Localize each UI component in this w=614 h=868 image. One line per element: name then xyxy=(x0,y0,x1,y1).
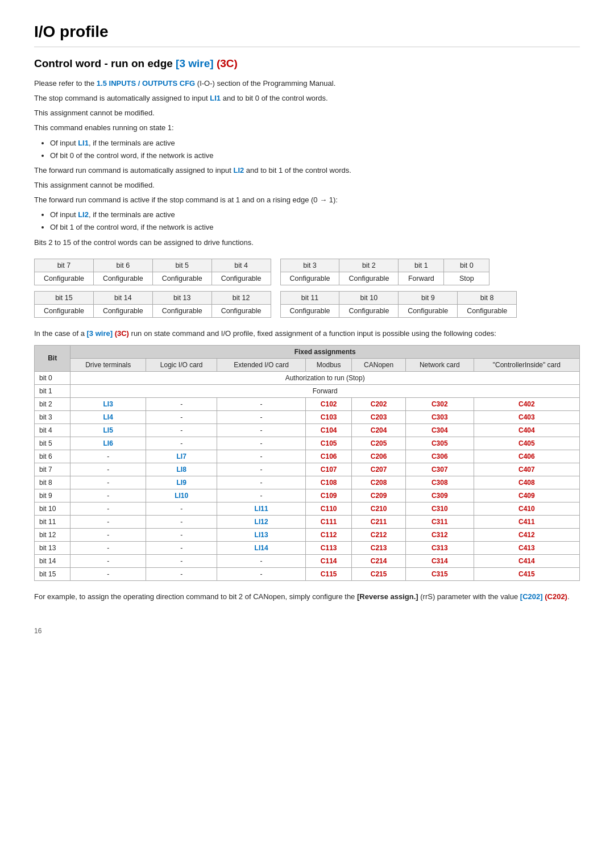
bit11-val: Configurable xyxy=(280,304,339,317)
col-canopen-header: CANopen xyxy=(352,358,405,371)
data-cell: C308 xyxy=(405,476,474,489)
bit8-header: bit 8 xyxy=(458,291,517,304)
para1: The stop command is automatically assign… xyxy=(34,93,580,104)
bit15-header: bit 15 xyxy=(35,291,94,304)
bit0-val: Stop xyxy=(444,272,489,285)
bit8-val: Configurable xyxy=(458,304,517,317)
bit-tables-container: bit 7 bit 6 bit 5 bit 4 Configurable Con… xyxy=(34,259,580,318)
data-cell: C109 xyxy=(305,489,352,502)
bit13-header: bit 13 xyxy=(152,291,211,304)
data-cell: - xyxy=(217,410,305,423)
para4: The forward run command is automatically… xyxy=(34,165,580,176)
para5: This assignment cannot be modified. xyxy=(34,180,580,191)
data-cell: - xyxy=(70,567,146,580)
bit-table-bottom-left: bit 15 bit 14 bit 13 bit 12 Configurable… xyxy=(34,291,271,318)
data-cell: C405 xyxy=(474,437,579,450)
bit-cell: bit 2 xyxy=(35,397,70,410)
bit12-val: Configurable xyxy=(211,304,271,317)
data-cell: - xyxy=(70,463,146,476)
data-cell: C306 xyxy=(405,450,474,463)
data-cell: C108 xyxy=(305,476,352,489)
table-row: bit 15---C115C215C315C415 xyxy=(35,567,580,580)
bit9-header: bit 9 xyxy=(399,291,458,304)
col-extended-header: Extended I/O card xyxy=(217,358,305,371)
data-cell: - xyxy=(217,423,305,437)
data-cell: LI8 xyxy=(146,463,217,476)
data-cell: C311 xyxy=(405,515,474,528)
bullet-3: Of input LI2, if the terminals are activ… xyxy=(50,209,580,221)
data-cell: - xyxy=(70,541,146,554)
bit11-header: bit 11 xyxy=(280,291,339,304)
data-cell: C407 xyxy=(474,463,579,476)
data-cell: - xyxy=(146,567,217,580)
para7: Bits 2 to 15 of the control words can be… xyxy=(34,237,580,248)
bullet-list-2: Of input LI2, if the terminals are activ… xyxy=(50,209,580,233)
data-cell: C202 xyxy=(352,397,405,410)
bullet-4: Of bit 1 of the control word, if the net… xyxy=(50,222,580,233)
data-cell: C305 xyxy=(405,437,474,450)
bit2-val: Configurable xyxy=(339,272,399,285)
col-logic-header: Logic I/O card xyxy=(146,358,217,371)
bit6-val: Configurable xyxy=(93,272,152,285)
data-cell: C211 xyxy=(352,515,405,528)
data-cell: - xyxy=(146,528,217,541)
bit7-val: Configurable xyxy=(35,272,94,285)
bit-cell: bit 0 xyxy=(35,371,70,384)
data-cell: - xyxy=(146,423,217,437)
data-cell: LI7 xyxy=(146,450,217,463)
bit5-header: bit 5 xyxy=(152,259,211,272)
data-cell: - xyxy=(217,476,305,489)
table-row: bit 4LI5--C104C204C304C404 xyxy=(35,423,580,437)
bit10-val: Configurable xyxy=(339,304,399,317)
span-cell: Authorization to run (Stop) xyxy=(70,371,580,384)
data-cell: - xyxy=(146,515,217,528)
col-modbus-header: Modbus xyxy=(305,358,352,371)
section-heading: Control word - run on edge [3 wire] (3C) xyxy=(34,57,580,70)
bit9-val: Configurable xyxy=(399,304,458,317)
col-drive-header: Drive terminals xyxy=(70,358,146,371)
data-cell: C309 xyxy=(405,489,474,502)
data-cell: - xyxy=(146,410,217,423)
bit-table-top-left: bit 7 bit 6 bit 5 bit 4 Configurable Con… xyxy=(34,259,271,285)
data-cell: C203 xyxy=(352,410,405,423)
data-cell: C106 xyxy=(305,450,352,463)
data-cell: C406 xyxy=(474,450,579,463)
data-cell: - xyxy=(146,541,217,554)
data-cell: C312 xyxy=(405,528,474,541)
table-row: bit 10--LI11C110C210C310C410 xyxy=(35,502,580,515)
data-cell: C415 xyxy=(474,567,579,580)
bit-table-row-2: bit 15 bit 14 bit 13 bit 12 Configurable… xyxy=(34,291,580,318)
bit4-val: Configurable xyxy=(211,272,271,285)
bit-cell: bit 5 xyxy=(35,437,70,450)
data-cell: - xyxy=(217,489,305,502)
table-row: bit 3LI4--C103C203C303C403 xyxy=(35,410,580,423)
data-cell: C412 xyxy=(474,528,579,541)
data-cell: - xyxy=(146,437,217,450)
bit-cell: bit 10 xyxy=(35,502,70,515)
data-cell: C111 xyxy=(305,515,352,528)
bullet-2: Of bit 0 of the control word, if the net… xyxy=(50,150,580,161)
table-row: bit 11--LI12C111C211C311C411 xyxy=(35,515,580,528)
data-cell: - xyxy=(70,515,146,528)
table-row: bit 7-LI8-C107C207C307C407 xyxy=(35,463,580,476)
data-cell: C113 xyxy=(305,541,352,554)
data-cell: LI10 xyxy=(146,489,217,502)
data-cell: - xyxy=(70,502,146,515)
table-row: bit 0Authorization to run (Stop) xyxy=(35,371,580,384)
bit-cell: bit 6 xyxy=(35,450,70,463)
bit-cell: bit 4 xyxy=(35,423,70,437)
table-row: bit 1Forward xyxy=(35,384,580,397)
table-row: bit 14---C114C214C314C414 xyxy=(35,554,580,567)
heading-bracket: [3 wire] xyxy=(176,57,214,69)
footer-note: For example, to assign the operating dir… xyxy=(34,591,580,603)
bit4-header: bit 4 xyxy=(211,259,271,272)
data-cell: C103 xyxy=(305,410,352,423)
data-cell: C413 xyxy=(474,541,579,554)
col-controller-header: "ControllerInside" card xyxy=(474,358,579,371)
data-cell: C411 xyxy=(474,515,579,528)
data-cell: - xyxy=(217,567,305,580)
bit-cell: bit 8 xyxy=(35,476,70,489)
data-cell: LI4 xyxy=(70,410,146,423)
bit-table-bottom-right: bit 11 bit 10 bit 9 bit 8 Configurable C… xyxy=(280,291,517,318)
data-cell: C110 xyxy=(305,502,352,515)
